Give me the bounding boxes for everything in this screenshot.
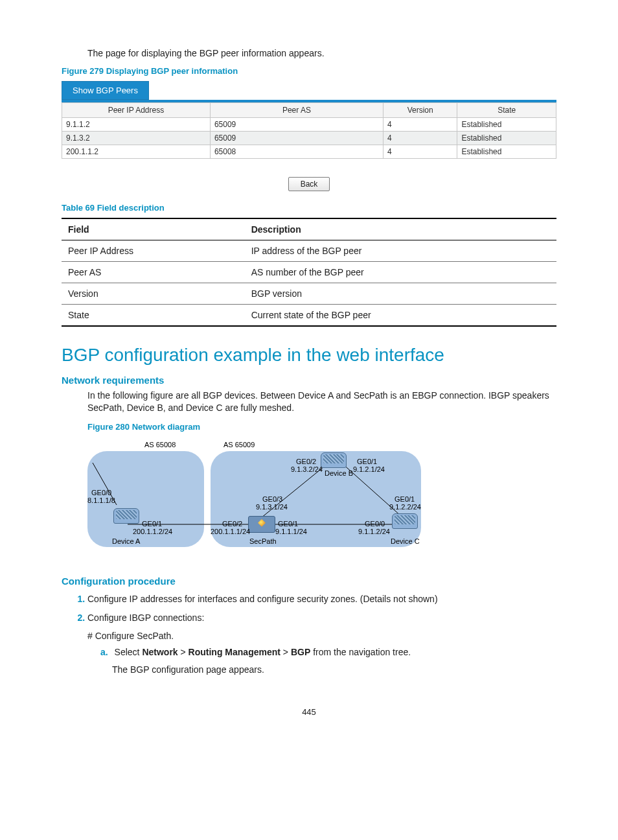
- secpath-icon: [248, 516, 274, 533]
- device-b-icon: [321, 452, 347, 469]
- col-peer-ip: Peer IP Address: [62, 103, 211, 118]
- step-2-sub: # Configure SecPath.: [87, 630, 556, 642]
- label-device-b: Device B: [325, 469, 353, 477]
- step-2a-marker: a.: [100, 647, 108, 657]
- bgp-tab: Show BGP Peers: [62, 81, 149, 100]
- table-row: 200.1.1.2 65008 4 Established: [62, 145, 556, 159]
- desc-col-description: Description: [245, 218, 556, 240]
- table-row: StateCurrent state of the BGP peer: [62, 305, 556, 327]
- col-peer-as: Peer AS: [210, 103, 383, 118]
- table-row: 9.1.1.2 65009 4 Established: [62, 118, 556, 132]
- label-sp-ge03-ip: 9.1.3.1/24: [256, 503, 288, 511]
- device-c-icon: [392, 513, 418, 530]
- config-procedure-heading: Configuration procedure: [62, 576, 556, 587]
- intro-paragraph: The page for displaying the BGP peer inf…: [87, 48, 556, 58]
- network-requirements-heading: Network requirements: [62, 375, 556, 386]
- label-sp-ge01-ip: 9.1.1.1/24: [275, 528, 307, 535]
- as-label-right: AS 65009: [223, 441, 255, 449]
- label-b-ge02-ip: 9.1.3.2/24: [291, 465, 323, 473]
- col-version: Version: [383, 103, 457, 118]
- figure-280-caption: Figure 280 Network diagram: [87, 422, 556, 432]
- desc-col-field: Field: [62, 218, 245, 240]
- label-secpath: SecPath: [249, 537, 277, 545]
- label-sp-ge02-ip: 200.1.1.1/24: [211, 528, 250, 535]
- label-ge01-sp: GE0/1: [278, 520, 298, 528]
- label-device-a: Device A: [112, 537, 140, 545]
- label-ge02-b: GE0/2: [296, 458, 316, 465]
- label-a-ge00-ip: 8.1.1.1/8: [87, 496, 115, 504]
- label-ge01: GE0/1: [142, 520, 162, 528]
- label-ge02-sp: GE0/2: [222, 520, 242, 528]
- device-a-icon: [113, 508, 139, 525]
- back-button[interactable]: Back: [288, 177, 330, 191]
- step-2a-result: The BGP configuration page appears.: [112, 664, 556, 676]
- label-c-ge01-ip: 9.1.2.2/24: [389, 503, 421, 511]
- label-device-c: Device C: [391, 537, 420, 545]
- network-diagram: AS 65008 AS 65009 GE0/0 8.1.1.1/8 GE0/1 …: [87, 437, 424, 566]
- label-ge01-b: GE0/1: [357, 458, 377, 465]
- field-description-table: Field Description Peer IP AddressIP addr…: [62, 218, 556, 327]
- label-c-ge00-ip: 9.1.1.2/24: [358, 528, 390, 535]
- bgp-peers-screenshot: Show BGP Peers Peer IP Address Peer AS V…: [62, 81, 556, 159]
- table-row: Peer ASAS number of the BGP peer: [62, 262, 556, 283]
- network-requirements-para: In the following figure are all BGP devi…: [87, 390, 556, 414]
- table-row: 9.1.3.2 65009 4 Established: [62, 132, 556, 145]
- bgp-peers-table: Peer IP Address Peer AS Version State 9.…: [62, 102, 556, 159]
- table-row: VersionBGP version: [62, 283, 556, 305]
- label-b-ge01-ip: 9.1.2.1/24: [353, 465, 385, 473]
- section-heading: BGP configuration example in the web int…: [62, 345, 556, 366]
- step-2a: a. Select Network > Routing Management >…: [100, 646, 556, 676]
- figure-279-caption: Figure 279 Displaying BGP peer informati…: [62, 66, 556, 76]
- step-1: Configure IP addresses for interfaces an…: [87, 593, 556, 606]
- page-number: 445: [62, 707, 556, 717]
- step-2: Configure IBGP connections: # Configure …: [87, 612, 556, 676]
- procedure-list: Configure IP addresses for interfaces an…: [74, 593, 556, 677]
- label-ge01-c: GE0/1: [395, 495, 415, 503]
- as-label-left: AS 65008: [144, 441, 176, 449]
- table-row: Peer IP AddressIP address of the BGP pee…: [62, 240, 556, 262]
- table-69-caption: Table 69 Field description: [62, 203, 556, 213]
- label-a-ge01-ip: 200.1.1.2/24: [133, 528, 172, 535]
- col-state: State: [457, 103, 556, 118]
- label-ge00: GE0/0: [91, 489, 111, 496]
- label-ge00-c: GE0/0: [365, 520, 385, 528]
- label-ge03-sp: GE0/3: [262, 495, 282, 503]
